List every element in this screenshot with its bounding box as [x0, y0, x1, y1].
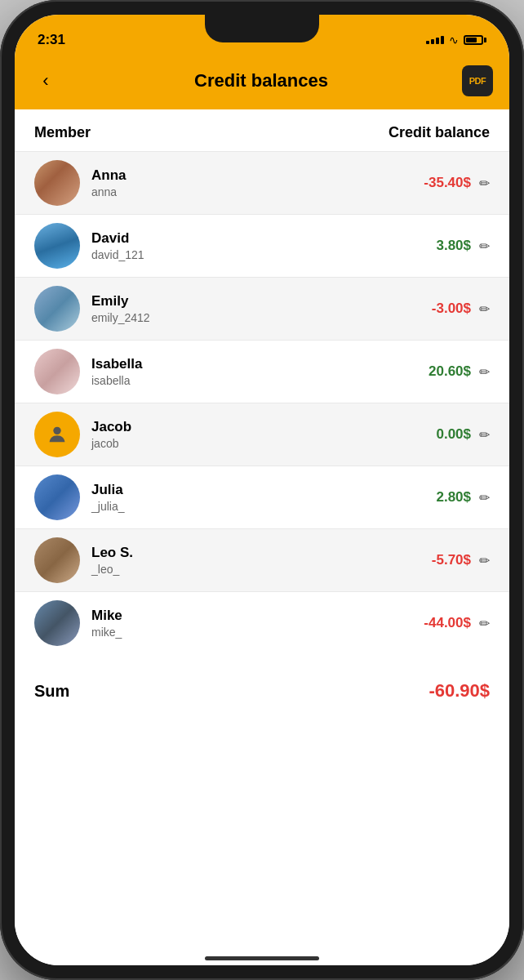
balance-amount: -35.40$ — [410, 175, 471, 191]
notch — [205, 15, 319, 42]
edit-icon[interactable]: ✏ — [479, 490, 490, 506]
member-name: Julia — [91, 481, 410, 499]
balance-section: 3.80$ ✏ — [410, 238, 490, 254]
app-header: ‹ Credit balances PDF — [15, 57, 509, 109]
column-balance-header: Credit balance — [389, 124, 490, 141]
member-info: David david_121 — [91, 229, 410, 262]
member-username: emily_2412 — [91, 310, 410, 325]
avatar — [34, 600, 80, 646]
balance-amount: -44.00$ — [410, 615, 471, 631]
table-row: Julia _julia_ 2.80$ ✏ — [15, 466, 509, 528]
balance-section: -44.00$ ✏ — [410, 615, 490, 631]
battery-icon — [464, 35, 486, 45]
member-info: Jacob jacob — [91, 418, 410, 451]
avatar — [34, 412, 80, 457]
balance-section: 0.00$ ✏ — [410, 426, 490, 443]
member-info: Emily emily_2412 — [91, 292, 410, 325]
balance-amount: -5.70$ — [410, 552, 471, 568]
edit-icon[interactable]: ✏ — [479, 176, 490, 191]
member-username: _leo_ — [91, 562, 410, 577]
edit-icon[interactable]: ✏ — [479, 553, 490, 568]
page-title: Credit balances — [60, 70, 462, 91]
edit-icon[interactable]: ✏ — [479, 238, 490, 254]
column-member-header: Member — [34, 124, 91, 141]
member-name: Jacob — [91, 418, 410, 436]
member-name: Anna — [91, 167, 410, 185]
member-info: Leo S. _leo_ — [91, 544, 410, 577]
table-row: Mike mike_ -44.00$ ✏ — [15, 591, 509, 654]
avatar — [34, 160, 80, 206]
scrollable-content: Member Credit balance Anna anna -35.40$ … — [15, 109, 509, 965]
sum-label: Sum — [34, 682, 69, 701]
balance-section: 2.80$ ✏ — [410, 489, 490, 506]
balance-section: 20.60$ ✏ — [410, 363, 490, 380]
member-username: mike_ — [91, 625, 410, 639]
avatar — [34, 223, 80, 269]
edit-icon[interactable]: ✏ — [479, 616, 490, 631]
edit-icon[interactable]: ✏ — [479, 427, 490, 443]
back-button[interactable]: ‹ — [31, 70, 60, 91]
avatar — [34, 286, 80, 332]
members-list: Anna anna -35.40$ ✏ David david_121 3.80… — [15, 151, 509, 654]
edit-icon[interactable]: ✏ — [479, 364, 490, 380]
table-header: Member Credit balance — [15, 109, 509, 151]
table-row: Emily emily_2412 -3.00$ ✏ — [15, 277, 509, 340]
svg-point-0 — [53, 427, 60, 434]
wifi-icon: ∿ — [449, 33, 459, 47]
status-icons: ∿ — [426, 33, 486, 47]
balance-section: -5.70$ ✏ — [410, 552, 490, 568]
balance-section: -3.00$ ✏ — [410, 301, 490, 317]
signal-bars-icon — [426, 36, 444, 44]
member-name: Mike — [91, 607, 410, 625]
balance-amount: 20.60$ — [410, 363, 471, 380]
member-info: Julia _julia_ — [91, 481, 410, 514]
balance-amount: 0.00$ — [410, 426, 471, 443]
edit-icon[interactable]: ✏ — [479, 301, 490, 317]
member-username: isabella — [91, 373, 410, 388]
phone-screen: 2:31 ∿ — [15, 15, 509, 965]
member-info: Mike mike_ — [91, 607, 410, 639]
member-username: _julia_ — [91, 499, 410, 514]
balance-section: -35.40$ ✏ — [410, 175, 490, 191]
pdf-label: PDF — [469, 76, 486, 86]
avatar — [34, 474, 80, 520]
avatar — [34, 349, 80, 394]
sum-row: Sum -60.90$ — [15, 661, 509, 715]
sum-amount: -60.90$ — [429, 680, 490, 702]
table-row: Anna anna -35.40$ ✏ — [15, 151, 509, 214]
member-username: anna — [91, 185, 410, 199]
member-name: Isabella — [91, 355, 410, 373]
balance-amount: 2.80$ — [410, 489, 471, 506]
member-info: Isabella isabella — [91, 355, 410, 388]
table-row: Leo S. _leo_ -5.70$ ✏ — [15, 528, 509, 591]
balance-amount: -3.00$ — [410, 301, 471, 317]
table-row: David david_121 3.80$ ✏ — [15, 214, 509, 277]
balance-amount: 3.80$ — [410, 238, 471, 254]
table-row: Jacob jacob 0.00$ ✏ — [15, 403, 509, 466]
member-name: Leo S. — [91, 544, 410, 562]
member-username: jacob — [91, 436, 410, 451]
pdf-button[interactable]: PDF — [462, 65, 493, 96]
home-indicator — [205, 956, 319, 960]
table-row: Isabella isabella 20.60$ ✏ — [15, 340, 509, 403]
member-username: david_121 — [91, 247, 410, 262]
phone-frame: 2:31 ∿ — [0, 0, 524, 980]
member-name: Emily — [91, 292, 410, 310]
member-name: David — [91, 229, 410, 247]
member-info: Anna anna — [91, 167, 410, 199]
avatar — [34, 537, 80, 583]
status-time: 2:31 — [38, 32, 65, 48]
